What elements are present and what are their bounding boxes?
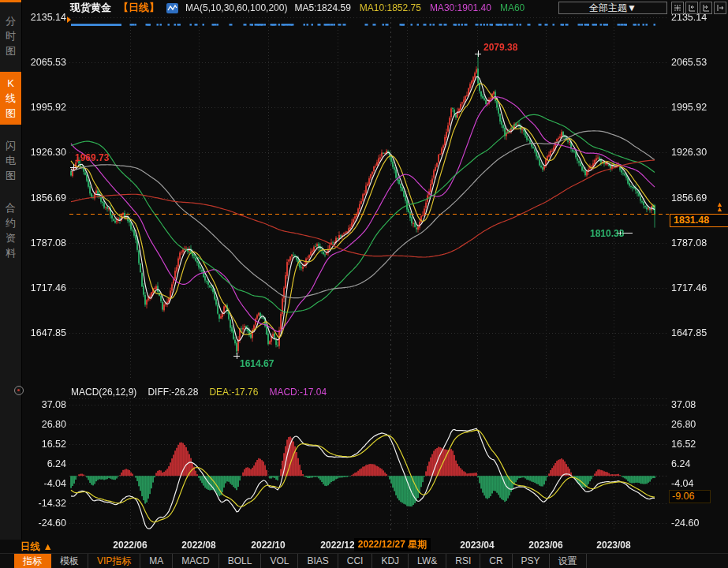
price-up-arrows-icon: ▲▲ <box>716 202 723 211</box>
x-axis-label: 2023/04 <box>460 540 494 551</box>
macd-current-chip: -9.06 <box>669 490 711 503</box>
period-tag: 【日线】 <box>118 1 159 15</box>
indicator-tab-VOL[interactable]: VOL <box>261 554 298 568</box>
theme-dropdown-button[interactable]: 全部主题▼ <box>558 2 667 14</box>
indicator-tab-MA[interactable]: MA <box>140 554 173 568</box>
macd-axis-label: 37.08 <box>671 399 715 410</box>
chart-header: 现货黄金 【日线】 MA(5,10,30,60,100,200) MA5:182… <box>70 1 525 15</box>
y-axis-label: 1856.69 <box>23 192 66 204</box>
indicator-tab-MACD[interactable]: MACD <box>173 554 218 568</box>
y-axis-label: 1787.08 <box>23 237 66 248</box>
sidebar-item-label: 闪电图 <box>6 138 17 183</box>
indicator-tab-bar: 指标模板VIP指标MAMACDBOLLVOLBIASCCIKDJLW&RSICR… <box>0 553 728 568</box>
macd-axis-label: 6.24 <box>671 458 715 469</box>
sidebar-item-contract-info[interactable]: 合约资料 <box>0 196 21 264</box>
ma-legend-value: MA10:1852.75 <box>360 2 421 13</box>
indicator-settings-icon[interactable] <box>14 386 24 395</box>
sidebar-item-label: K线图 <box>6 76 17 121</box>
y-axis-label: 2135.14 <box>23 12 66 23</box>
y-axis-label: 1647.85 <box>671 327 715 338</box>
y-axis-label: 1995.92 <box>23 102 66 113</box>
x-axis-label: 2022/12 <box>320 540 354 551</box>
y-axis-label: 2065.53 <box>23 57 66 68</box>
indicator-tab-LW&[interactable]: LW& <box>409 554 446 568</box>
macd-dea-value: DEA:-17.76 <box>209 387 258 398</box>
pane-shift-right-icon[interactable] <box>714 2 726 14</box>
macd-axis-label: 37.08 <box>23 399 66 410</box>
zoom-x-in-icon[interactable] <box>685 2 698 14</box>
ma-legend-value: MA5:1824.59 <box>294 2 350 13</box>
indicator-tab-PSY[interactable]: PSY <box>513 554 550 568</box>
macd-axis-label: 6.24 <box>23 458 66 469</box>
symbol-name: 现货黄金 <box>70 1 111 15</box>
y-axis-label: 1787.08 <box>671 237 715 248</box>
indicator-tab-设置[interactable]: 设置 <box>550 554 587 568</box>
macd-axis-label: -24.60 <box>23 518 66 529</box>
indicator-tab-指标[interactable]: 指标 <box>14 554 51 568</box>
x-axis-label: 2022/06 <box>113 540 147 551</box>
ma-settings-label: MA(5,10,30,60,100,200) <box>185 2 287 13</box>
sidebar-item-timeshare-chart[interactable]: 分时图 <box>0 9 21 62</box>
y-axis-label: 1647.85 <box>23 327 66 338</box>
ma-legend-value: MA60 <box>500 2 525 13</box>
indicator-tab-KDJ[interactable]: KDJ <box>372 554 409 568</box>
macd-axis-label: -4.04 <box>671 478 715 489</box>
sidebar-item-label: 分时图 <box>6 13 17 58</box>
x-axis-label: 2023/08 <box>596 540 630 551</box>
latest-price-chip: 1831.48 <box>670 214 728 227</box>
indicator-tab-BIAS[interactable]: BIAS <box>298 554 338 568</box>
x-axis-label: 2022/10 <box>251 540 285 551</box>
chart-toolbar <box>671 2 726 14</box>
macd-axis-label: 16.52 <box>671 439 715 450</box>
annotation-window-low: 1614.67 <box>240 358 274 369</box>
x-axis-label: 2023/06 <box>528 540 562 551</box>
sidebar-item-lightning-chart[interactable]: 闪电图 <box>0 134 21 187</box>
macd-axis-label: -14.32 <box>23 498 66 509</box>
indicator-tab-VIP指标[interactable]: VIP指标 <box>88 554 140 568</box>
macd-axis-label: -4.04 <box>23 478 66 489</box>
macd-hist-value: MACD:-17.04 <box>269 387 327 398</box>
y-axis-label: 1856.69 <box>671 192 715 204</box>
macd-axis-label: 16.52 <box>23 439 66 450</box>
sidebar-item-kline-chart[interactable]: K线图 <box>0 72 21 125</box>
crosshair-date-tooltip: 2022/12/27 星期二 <box>354 538 431 551</box>
macd-diff-value: DIFF:-26.28 <box>147 387 198 398</box>
y-axis-label: 1926.30 <box>23 147 66 158</box>
macd-axis-label: 26.80 <box>23 419 66 430</box>
y-axis-label: 1717.46 <box>671 282 715 293</box>
period-selector[interactable]: 日线 ▲ <box>21 540 53 554</box>
ma-legend-value: MA30:1901.40 <box>430 2 491 13</box>
y-axis-label: 1717.46 <box>23 282 66 293</box>
indicator-tab-CCI[interactable]: CCI <box>338 554 373 568</box>
y-axis-label: 1926.30 <box>671 147 715 158</box>
indicator-tab-模板[interactable]: 模板 <box>51 554 88 568</box>
kline-macd-chart-canvas[interactable] <box>0 0 728 568</box>
annotation-window-high: 2079.38 <box>483 42 517 53</box>
sidebar-item-label: 合约资料 <box>6 200 17 260</box>
indicator-tab-RSI[interactable]: RSI <box>446 554 480 568</box>
zoom-x-out-icon[interactable] <box>700 2 712 14</box>
indicator-tab-CR[interactable]: CR <box>480 554 512 568</box>
x-axis-label: 2022/08 <box>181 540 215 551</box>
indicator-tab-BOLL[interactable]: BOLL <box>219 554 262 568</box>
annotation-recent-low: 1810.33 <box>590 228 624 239</box>
y-axis-label: 1995.92 <box>671 102 715 113</box>
ma-legend: MA5:1824.59MA10:1852.75MA30:1901.40MA60 <box>294 2 525 13</box>
left-sidebar: 分时图 K线图 闪电图 合约资料 <box>0 0 22 540</box>
macd-axis-label: -24.60 <box>671 518 715 529</box>
crosshair-tool-icon[interactable] <box>671 2 684 14</box>
y-axis-label: 2065.53 <box>671 57 715 68</box>
line-chart-icon <box>166 3 178 13</box>
macd-axis-label: 26.80 <box>671 419 715 430</box>
macd-header: MACD(26,12,9) DIFF:-26.28 DEA:-17.76 MAC… <box>71 387 327 398</box>
macd-name: MACD(26,12,9) <box>71 387 136 398</box>
annotation-left-high: 1969.73 <box>75 152 109 163</box>
sidebar-accent-bar <box>0 0 21 2</box>
